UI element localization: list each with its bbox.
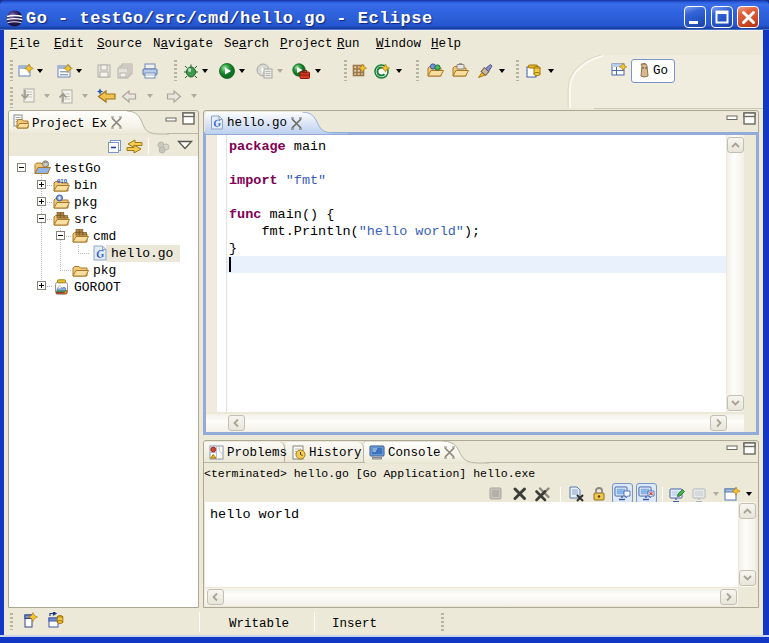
svg-text:G: G	[95, 247, 105, 260]
svg-text:010: 010	[57, 178, 68, 184]
